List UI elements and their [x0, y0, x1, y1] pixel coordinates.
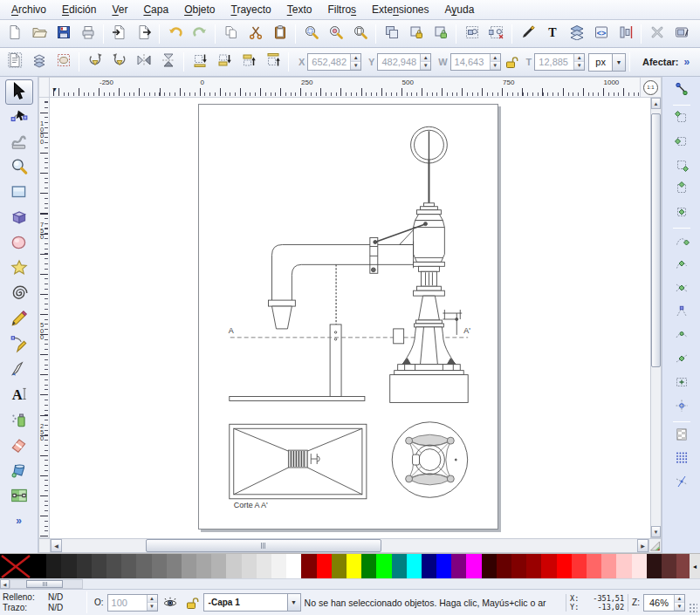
create-clone-button[interactable] — [404, 22, 428, 45]
swatch-5c2e2e[interactable] — [662, 554, 676, 578]
undo-button[interactable] — [163, 22, 187, 45]
tweak-button[interactable] — [5, 130, 33, 155]
zoom-spinbox[interactable]: 46% ▲▼ — [643, 594, 685, 612]
import-button[interactable] — [107, 22, 131, 45]
print-button[interactable] — [76, 22, 100, 45]
rotate-ccw-button[interactable] — [83, 51, 106, 74]
swatch-ff0000[interactable] — [557, 554, 572, 578]
palette-scrollbar[interactable]: ◀ — [0, 578, 700, 589]
vertical-scroll-thumb[interactable] — [651, 113, 661, 368]
menu-ver[interactable]: Ver — [104, 2, 135, 17]
ungroup-button[interactable] — [484, 22, 508, 45]
spin-down-icon[interactable]: ▼ — [148, 603, 157, 611]
node-editor-button[interactable] — [5, 105, 33, 130]
menu-objeto[interactable]: Objeto — [176, 2, 223, 17]
menu-trayecto[interactable]: Trayecto — [223, 2, 279, 17]
swatch-d9d9d9[interactable] — [242, 554, 257, 578]
spray-tool-button[interactable] — [5, 408, 33, 434]
swatch-660000[interactable] — [497, 554, 511, 578]
swatch-2b1212[interactable] — [647, 554, 662, 578]
spin-up-icon[interactable]: ▲ — [491, 54, 500, 62]
horizontal-ruler[interactable]: ▼ -25002505007501000 — [50, 77, 641, 98]
x-spinbox[interactable]: 652,482▲▼ — [307, 53, 361, 71]
swatch-00ff00[interactable] — [376, 554, 391, 578]
xml-editor-button[interactable]: <> — [589, 22, 613, 45]
swatch-000000[interactable] — [31, 554, 46, 578]
pencil-tool-button[interactable] — [5, 307, 33, 332]
toolbar-overflow-chevron[interactable]: » — [684, 56, 690, 68]
swatch-ff3333[interactable] — [572, 554, 587, 578]
bucket-tool-button[interactable] — [5, 459, 33, 484]
zoom-drawing-button[interactable] — [324, 22, 347, 45]
swatch-ffff00[interactable] — [347, 554, 361, 578]
horizontal-scrollbar[interactable]: ◀ ▶ — [50, 538, 649, 553]
save-button[interactable] — [51, 22, 75, 45]
swatch-990000[interactable] — [526, 554, 541, 578]
menu-extensiones[interactable]: Extensiones — [364, 2, 436, 17]
swatch-0000ff[interactable] — [436, 554, 451, 578]
canvas[interactable]: A A' Corte A A' — [50, 98, 650, 538]
snap-bbox-edge-midpoints-button[interactable] — [669, 179, 693, 202]
select-all-button[interactable] — [3, 51, 26, 74]
snap-smooth-nodes-button[interactable] — [669, 325, 693, 348]
swatch-737373[interactable] — [152, 554, 167, 578]
lower-to-bottom-button[interactable] — [188, 51, 211, 74]
cut-button[interactable] — [244, 22, 267, 45]
layer-visibility-toggle[interactable] — [161, 594, 179, 612]
text-tool-button[interactable]: A — [5, 383, 33, 408]
snap-enable-button[interactable] — [669, 79, 693, 102]
swatch-e6e6e6[interactable] — [257, 554, 271, 578]
swatch-ff9999[interactable] — [601, 554, 616, 578]
gradient-tool-button[interactable] — [5, 484, 33, 509]
snap-guides-button[interactable] — [669, 472, 693, 495]
swatch-a6a6a6[interactable] — [196, 554, 211, 578]
calligraphy-tool-button[interactable] — [5, 358, 33, 383]
box3d-tool-button[interactable] — [5, 206, 33, 231]
swatch-330000[interactable] — [482, 554, 497, 578]
input-devices-button[interactable] — [669, 22, 693, 45]
spin-up-icon[interactable]: ▲ — [574, 54, 584, 62]
swatch-008080[interactable] — [392, 554, 407, 578]
lock-ratio-toggle[interactable] — [502, 53, 519, 71]
menu-archivo[interactable]: Archivo — [3, 2, 54, 17]
swatch-4d4d4d[interactable] — [106, 554, 121, 578]
swatch-800080[interactable] — [451, 554, 466, 578]
spin-down-icon[interactable]: ▼ — [421, 62, 430, 70]
scroll-right-icon[interactable]: ▶ — [637, 539, 649, 552]
spin-down-icon[interactable]: ▼ — [491, 62, 500, 70]
layers-button[interactable] — [565, 22, 588, 45]
swatch-800000[interactable] — [301, 554, 316, 578]
swatch-none[interactable] — [0, 554, 31, 578]
flip-horizontal-button[interactable] — [132, 51, 155, 74]
snap-midpoints-button[interactable] — [669, 349, 693, 372]
swatch-262626[interactable] — [61, 554, 76, 578]
fill-stroke-button[interactable] — [516, 22, 539, 45]
spin-up-icon[interactable]: ▲ — [421, 54, 430, 62]
spin-down-icon[interactable]: ▼ — [351, 62, 360, 70]
redo-button[interactable] — [188, 22, 211, 45]
canvas-corner-widget[interactable] — [649, 538, 662, 553]
swatch-ffcccc[interactable] — [616, 554, 631, 578]
snap-bbox-centers-button[interactable] — [669, 202, 693, 225]
group-button[interactable] — [460, 22, 484, 45]
select-all-layers-button[interactable] — [27, 51, 51, 74]
unit-selector[interactable]: px▼ — [588, 53, 626, 72]
raise-to-top-button[interactable] — [261, 51, 285, 74]
swatch-595959[interactable] — [121, 554, 136, 578]
layer-lock-toggle[interactable] — [182, 594, 200, 612]
opacity-spinbox[interactable]: 100 ▲▼ — [107, 594, 158, 612]
snap-grid-button[interactable] — [669, 448, 693, 471]
menu-filtros[interactable]: Filtros — [319, 2, 364, 17]
swatch-b3b3b3[interactable] — [211, 554, 226, 578]
eraser-tool-button[interactable] — [5, 434, 33, 459]
paste-button[interactable] — [268, 22, 292, 45]
swatch-808000[interactable] — [332, 554, 347, 578]
swatch-008000[interactable] — [361, 554, 376, 578]
align-button[interactable] — [614, 22, 637, 45]
menu-texto[interactable]: Texto — [279, 2, 320, 17]
swatch-cc0000[interactable] — [541, 554, 556, 578]
chevron-down-icon[interactable]: ▼ — [612, 54, 625, 71]
swatch-f2f2f2[interactable] — [271, 554, 286, 578]
raise-button[interactable] — [237, 51, 260, 74]
w-spinbox[interactable]: 14,643▲▼ — [450, 53, 501, 71]
